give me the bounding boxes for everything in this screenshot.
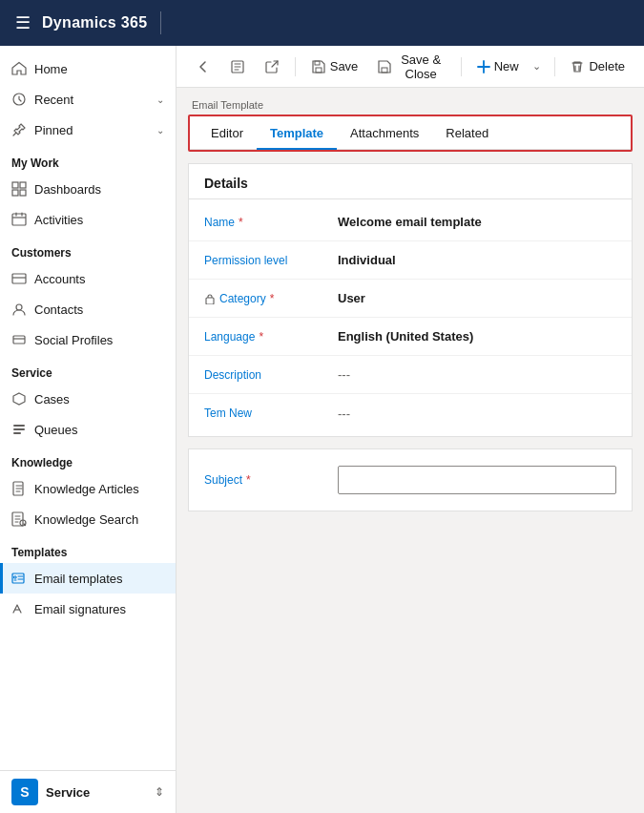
email-templates-label: Email templates	[34, 572, 122, 586]
sidebar-item-email-templates[interactable]: Email templates	[0, 563, 176, 594]
category-value: User	[338, 291, 616, 305]
page-content: Email Template Editor Template Attachmen…	[177, 88, 644, 813]
save-close-label: Save & Close	[396, 52, 446, 81]
subject-row: Subject *	[204, 461, 616, 499]
sidebar-nav: Home Recent ⌄ Pinned	[0, 46, 176, 770]
svg-rect-6	[12, 274, 26, 283]
sidebar-item-social-profiles[interactable]: Social Profiles	[0, 324, 176, 355]
tab-related[interactable]: Related	[432, 116, 502, 150]
hamburger-icon[interactable]: ☰	[15, 12, 31, 33]
recent-icon	[11, 92, 27, 107]
contacts-label: Contacts	[34, 302, 83, 317]
tab-container: Editor Template Attachments Related	[188, 115, 633, 152]
sidebar-item-pinned[interactable]: Pinned ⌄	[0, 115, 176, 145]
sidebar-item-email-signatures[interactable]: Email signatures	[0, 594, 176, 624]
open-new-window-button[interactable]	[257, 53, 287, 79]
field-language-row: Language * English (United States)	[189, 318, 632, 356]
home-icon	[11, 61, 27, 76]
accounts-icon	[11, 271, 27, 286]
topbar-divider	[160, 11, 161, 34]
save-button[interactable]: Save	[303, 53, 366, 79]
sidebar-item-activities[interactable]: Activities	[0, 204, 176, 235]
sidebar-item-recent[interactable]: Recent ⌄	[0, 84, 176, 115]
sidebar-item-knowledge-search[interactable]: Knowledge Search	[0, 504, 176, 534]
sidebar-item-home[interactable]: Home	[0, 53, 176, 84]
main-layout: Home Recent ⌄ Pinned	[0, 46, 644, 813]
contacts-icon	[11, 302, 27, 317]
section-customers: Customers	[0, 235, 176, 263]
subject-label: Subject *	[204, 473, 338, 487]
delete-button[interactable]: Delete	[562, 53, 633, 79]
language-label: Language *	[204, 330, 338, 344]
description-value: ---	[338, 367, 616, 382]
language-required: *	[259, 330, 263, 344]
sidebar-item-accounts[interactable]: Accounts	[0, 263, 176, 294]
save-close-icon	[377, 58, 392, 74]
category-required: *	[270, 292, 275, 305]
sidebar: Home Recent ⌄ Pinned	[0, 46, 177, 813]
queues-icon	[11, 422, 27, 437]
pin-icon	[11, 122, 27, 137]
email-signatures-label: Email signatures	[34, 602, 126, 616]
signature-icon	[11, 601, 27, 616]
svg-rect-11	[13, 432, 21, 434]
tab-bar: Editor Template Attachments Related	[190, 116, 631, 150]
pinned-chevron: ⌄	[156, 125, 164, 136]
record-icon	[230, 58, 245, 74]
svg-rect-2	[20, 182, 26, 188]
save-close-button[interactable]: Save & Close	[369, 48, 453, 86]
sidebar-item-dashboards[interactable]: Dashboards	[0, 174, 176, 204]
service-label: Service	[46, 785, 90, 800]
sidebar-item-cases[interactable]: Cases	[0, 384, 176, 414]
cmd-sep-1	[295, 57, 296, 76]
sidebar-item-contacts[interactable]: Contacts	[0, 294, 176, 324]
section-templates: Templates	[0, 534, 176, 563]
email-template-icon	[11, 571, 27, 586]
tab-template[interactable]: Template	[257, 116, 337, 150]
cases-label: Cases	[34, 392, 70, 406]
new-chevron-button[interactable]: ⌄	[527, 55, 547, 77]
tab-attachments[interactable]: Attachments	[337, 116, 432, 150]
svg-rect-9	[13, 425, 25, 427]
sidebar-item-queues[interactable]: Queues	[0, 414, 176, 445]
breadcrumb: Email Template	[188, 99, 633, 111]
svg-rect-5	[12, 214, 26, 225]
dashboards-label: Dashboards	[34, 182, 101, 197]
field-description-row: Description ---	[189, 356, 632, 394]
category-label: Category *	[204, 292, 338, 305]
svg-rect-1	[12, 182, 18, 188]
back-button[interactable]	[188, 53, 218, 79]
queues-label: Queues	[34, 423, 78, 437]
subject-input[interactable]	[338, 466, 616, 494]
details-grid: Name * Welcome email template Permission…	[189, 199, 632, 436]
subject-required: *	[246, 473, 251, 487]
knowledge-search-label: Knowledge Search	[34, 512, 138, 527]
svg-rect-8	[13, 336, 25, 344]
permission-value: Individual	[338, 253, 616, 267]
field-name-row: Name * Welcome email template	[189, 203, 632, 241]
svg-rect-4	[20, 190, 26, 196]
language-value: English (United States)	[338, 329, 616, 344]
save-icon	[311, 58, 326, 74]
record-icon-button[interactable]	[222, 53, 253, 79]
svg-rect-20	[206, 298, 214, 304]
sidebar-footer[interactable]: S Service ⇕	[0, 770, 176, 813]
content-area: Save Save & Close	[177, 46, 644, 813]
home-label: Home	[34, 62, 68, 76]
tab-editor[interactable]: Editor	[197, 116, 257, 150]
temnew-value: ---	[338, 406, 616, 421]
name-required: *	[239, 216, 243, 229]
activities-icon	[11, 212, 27, 227]
back-icon	[196, 58, 211, 74]
top-bar: ☰ Dynamics 365	[0, 0, 644, 46]
new-icon	[477, 59, 490, 74]
new-main-button[interactable]: New	[469, 54, 525, 79]
permission-label: Permission level	[204, 254, 338, 267]
svg-point-7	[16, 304, 22, 310]
sidebar-item-knowledge-articles[interactable]: Knowledge Articles	[0, 473, 176, 504]
cases-icon	[11, 391, 27, 406]
knowledge-articles-label: Knowledge Articles	[34, 482, 139, 496]
name-label: Name *	[204, 216, 338, 229]
recent-chevron: ⌄	[156, 94, 164, 105]
command-bar: Save Save & Close	[177, 46, 644, 88]
